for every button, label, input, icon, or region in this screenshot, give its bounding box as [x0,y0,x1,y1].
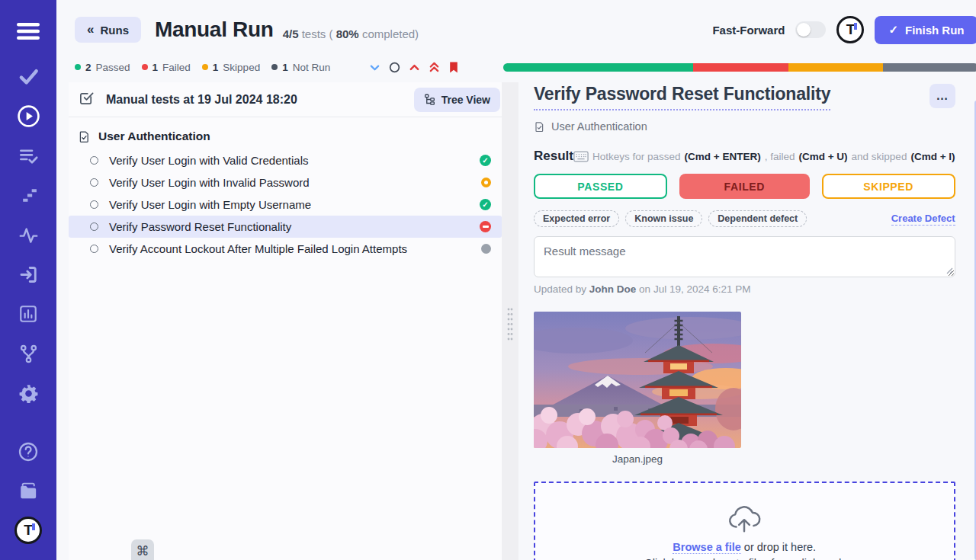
sidebar-item-reports-icon[interactable] [18,302,38,325]
t-logo-icon[interactable]: T [14,517,42,544]
sidebar-item-activity-icon[interactable] [18,223,39,246]
tag-known-issue[interactable]: Known issue [625,210,702,227]
finish-run-label: Finish Run [905,24,965,37]
toggle-knob [797,23,811,37]
skipped-button[interactable]: SKIPPED [822,174,955,199]
progress-passed-segment [503,63,693,72]
menu-icon[interactable] [17,20,40,43]
attachment-filename: Japan.jpeg [534,453,741,465]
cloud-upload-icon [727,504,762,533]
detail-title[interactable]: Verify Password Reset Functionality [534,84,830,110]
count-skipped: 1 Skipped [202,62,260,73]
double-chevron-up-icon[interactable] [429,61,440,73]
more-options-button[interactable]: … [929,84,955,108]
panel-resize-handle[interactable] [502,82,518,560]
tree-view-label: Tree View [441,94,490,106]
upload-instruction: Browse a file or drop it here. [673,541,816,553]
suite-header[interactable]: User Authentication [69,123,502,149]
radio-icon[interactable] [90,200,98,209]
result-heading: Result [534,149,573,164]
suite-name: User Authentication [98,130,210,143]
page-header: « Runs Manual Run 4/5 tests ( 80% comple… [75,14,976,46]
failed-button[interactable]: FAILED [679,174,810,199]
sidebar-item-projects-icon[interactable] [18,480,40,503]
test-row[interactable]: Verify User Login with Invalid Password [69,171,502,194]
test-detail-panel: Verify Password Reset Functionality … Us… [518,82,976,560]
detail-title-row: Verify Password Reset Functionality … [534,84,955,110]
testomat-logo-icon[interactable]: T [836,16,864,43]
failed-count: 1 [152,62,159,73]
tests-word: tests ( [302,27,333,40]
test-row[interactable]: Verify User Login with Valid Credentials [69,149,502,171]
updated-date: on Jul 19, 2024 6:21 PM [639,283,750,295]
doc-icon [534,121,545,133]
create-defect-link[interactable]: Create Defect [891,213,955,226]
chevron-up-icon[interactable] [409,62,420,73]
count-failed: 1 Failed [142,62,191,73]
count-notrun: 1 Not Run [271,62,330,73]
back-to-runs-label: Runs [100,24,129,37]
chevron-down-icon[interactable] [369,62,380,73]
status-badge-icon [480,221,491,232]
circle-outline-icon[interactable] [389,62,400,73]
test-title: Verify Account Lockout After Multiple Fa… [109,242,407,255]
hotkeys-prefix: Hotkeys for passed [592,151,681,162]
result-message-wrap [534,236,955,277]
finish-run-button[interactable]: ✓ Finish Run [875,16,976,44]
tree-view-icon [424,94,435,105]
sidebar-item-steps-icon[interactable] [19,184,38,206]
header-actions: Fast-Forward T ✓ Finish Run [712,16,976,44]
tag-dependent-defect[interactable]: Dependent defect [708,210,807,227]
upload-dropzone[interactable]: Browse a file or drop it here. Click her… [534,482,955,560]
sidebar-item-plans-icon[interactable] [18,144,39,167]
updated-info: Updated by John Doe on Jul 19, 2024 6:21… [534,283,955,295]
sidebar-item-tests[interactable] [18,65,39,88]
test-row[interactable]: Verify Account Lockout After Multiple Fa… [69,238,502,260]
back-to-runs-button[interactable]: « Runs [75,17,141,43]
progress-skipped-segment [788,63,883,72]
sidebar-item-branches-icon[interactable] [18,342,39,365]
run-progress-summary: 4/5 tests ( 80% completed) [283,27,419,46]
browse-file-link[interactable]: Browse a file [673,541,740,554]
run-progress-bar [503,63,976,72]
updated-prefix: Updated by [534,283,586,295]
command-key-badge[interactable]: ⌘ [131,539,154,560]
sidebar-item-import-icon[interactable] [18,263,39,286]
passed-button[interactable]: PASSED [534,174,667,199]
hotkeys-mid1: , failed [765,151,795,162]
hotkeys-hint: Hotkeys for passed (Cmd + ENTER) , faile… [573,151,955,162]
radio-icon[interactable] [90,178,98,187]
suite-doc-icon [78,130,91,143]
notrun-count: 1 [282,62,288,73]
tag-expected-error[interactable]: Expected error [534,210,619,227]
test-row[interactable]: Verify Password Reset Functionality [69,216,502,238]
radio-icon[interactable] [90,245,98,253]
skipped-count: 1 [213,62,219,73]
failed-dot-icon [142,64,148,70]
checklist-icon [79,90,95,109]
radio-icon[interactable] [90,222,98,231]
radio-icon[interactable] [90,156,98,165]
status-bar: 2 Passed 1 Failed 1 Skipped 1 Not Run [75,58,976,76]
sidebar-item-settings-icon[interactable] [18,382,39,405]
tests-ratio: 4/5 [283,27,299,40]
attachment[interactable]: Japan.jpeg [534,312,741,465]
fast-forward-toggle[interactable] [795,21,826,38]
test-row[interactable]: Verify User Login with Empty Username [69,194,502,216]
breadcrumb[interactable]: User Authentication [534,120,955,133]
hotkey-passed: (Cmd + ENTER) [685,151,761,162]
notrun-label: Not Run [293,62,331,73]
result-message-input[interactable] [534,236,955,277]
passed-count: 2 [85,62,92,73]
bookmark-icon[interactable] [448,61,459,74]
breadcrumb-label: User Authentication [551,120,647,133]
attachment-image[interactable] [534,312,741,448]
skipped-dot-icon [202,64,208,70]
sidebar-item-help-icon[interactable] [18,440,39,463]
tree-view-button[interactable]: Tree View [414,88,500,112]
hotkey-skipped: (Cmd + I) [910,151,955,162]
sidebar-item-runs[interactable] [17,104,40,127]
app-logo[interactable]: T [14,517,42,544]
app-sidebar: T [0,0,56,560]
progress-notrun-segment [883,63,976,72]
